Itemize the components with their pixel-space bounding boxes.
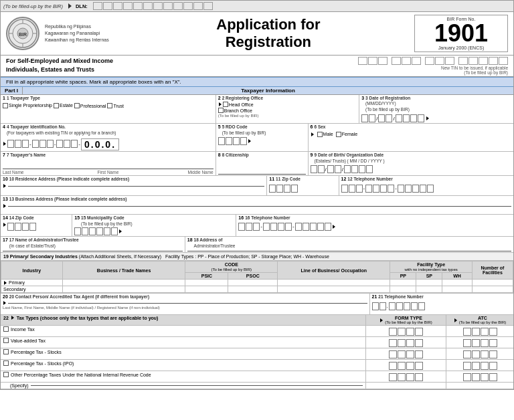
- atc-arrow: [454, 318, 457, 322]
- tin-cell: [489, 57, 498, 65]
- dln-box: [163, 2, 173, 10]
- tel-box: [388, 185, 394, 193]
- muni-box: [96, 227, 103, 235]
- field4-number: 4: [3, 124, 5, 129]
- checkbox-single-prop-box[interactable]: [3, 103, 8, 108]
- field5-sub: (To be filled up by BIR): [222, 130, 266, 136]
- dln-area: DLN:: [67, 2, 213, 10]
- checkbox-pct-stocks[interactable]: [3, 349, 9, 354]
- tel2-box: [238, 223, 245, 231]
- field2-number: 2: [218, 96, 221, 100]
- pct-stocks-text: Percentage Tax - Stocks: [11, 350, 62, 354]
- industry-secondary-psoc: [228, 286, 278, 293]
- row-5: 13 13 Business Address (Please indicate …: [1, 196, 513, 215]
- checkbox-income-tax[interactable]: [3, 326, 9, 332]
- taxpayer-info-label: Taxpayer Information: [23, 88, 513, 94]
- form-title: Application for Registration: [122, 16, 414, 51]
- dln-box: [203, 2, 213, 10]
- tin-box: [7, 140, 14, 148]
- form-box: [415, 350, 423, 358]
- atc-box: [463, 339, 471, 347]
- field-tin: 4 4 Taxpayer Identification No. (For tax…: [1, 124, 216, 151]
- tel-box: [420, 185, 426, 193]
- checkbox-estate[interactable]: Estate: [54, 103, 73, 108]
- muni-box: [111, 227, 118, 235]
- tel2-box: [270, 223, 277, 231]
- zip-box: [276, 185, 283, 193]
- industry-primary-label: Primary: [1, 280, 63, 286]
- trust-label: Trust: [113, 104, 124, 108]
- dob-box: [335, 165, 341, 173]
- form-type-sub: (To be filled up by the BIR): [385, 320, 432, 324]
- field1-number: 1: [3, 96, 5, 100]
- field15-label: 15 Municipality Code: [81, 215, 133, 221]
- field7-number: 7: [3, 152, 5, 157]
- tin-box: [32, 140, 39, 148]
- form-box: [398, 373, 406, 381]
- checkbox-head-office[interactable]: Head Office: [218, 102, 254, 107]
- form-box: [415, 339, 423, 347]
- tax-specify-label: (Specify): [1, 383, 366, 389]
- industry-secondary-wh: [442, 286, 472, 293]
- tin-box: [71, 140, 78, 148]
- tel2-box: [285, 223, 292, 231]
- tel-box: [380, 185, 387, 193]
- checkbox-female[interactable]: Female: [336, 132, 357, 137]
- form-box: [398, 350, 406, 358]
- form-box: [406, 362, 414, 370]
- svg-text:BIR: BIR: [19, 32, 27, 37]
- checkbox-female-box[interactable]: [336, 132, 341, 137]
- field-taxpayer-name: 7 7 Taxpayer's Name Last Name First Name…: [1, 152, 216, 175]
- checkbox-single-prop[interactable]: Single Proprietorship: [3, 103, 52, 108]
- tax-pct-stocks-atc: [446, 348, 513, 359]
- checkbox-trust[interactable]: Trust: [107, 103, 124, 108]
- checkbox-vat[interactable]: [3, 338, 9, 343]
- dob-box: [344, 165, 351, 173]
- field-rdo-code: 5 5 RDO Code (To be filled up by BIR): [216, 124, 309, 151]
- checkbox-trust-box[interactable]: [107, 103, 112, 108]
- checkbox-male-box[interactable]: [317, 132, 323, 137]
- checkbox-professional-box[interactable]: [74, 103, 80, 108]
- field8-label: 8 Citizenship: [222, 152, 249, 158]
- tax-pct-stocks-label: Percentage Tax - Stocks: [1, 348, 366, 359]
- field3-note: (MM/DD/YYYY): [365, 101, 410, 106]
- instruction-bar: Fill in all appropriate white spaces. Ma…: [1, 77, 513, 87]
- industry-secondary-pp: [390, 286, 416, 293]
- field9-number: 9: [311, 152, 313, 157]
- field10-number: 10: [3, 177, 8, 181]
- checkbox-pct-ipo[interactable]: [3, 360, 9, 366]
- checkbox-male[interactable]: Male: [317, 132, 333, 137]
- checkbox-other-pct[interactable]: [3, 372, 9, 377]
- bir-logo: BIR: [6, 17, 39, 50]
- form-box: [398, 339, 406, 347]
- professional-label: Professional: [80, 104, 106, 108]
- checkbox-professional[interactable]: Professional: [74, 103, 106, 108]
- form-box: [398, 362, 406, 370]
- tin-cell: [445, 57, 454, 65]
- tin-cell: [368, 57, 377, 65]
- checkbox-estate-box[interactable]: [54, 103, 59, 108]
- tax-pct-ipo-label: Percentage Tax - Stocks (IPO): [1, 360, 366, 371]
- row-6: 14 14 Zip Code 15 15 Municipality Code (: [1, 215, 513, 237]
- form-box: [389, 373, 397, 381]
- tax-row-pct-stocks-ipo: Percentage Tax - Stocks (IPO): [1, 360, 513, 371]
- checkbox-branch-office-box[interactable]: [218, 108, 224, 113]
- checkbox-head-office-box[interactable]: [223, 102, 228, 107]
- zip2-arrow: [3, 223, 6, 227]
- tel2-box: [317, 223, 324, 231]
- field8-number: 8: [218, 152, 221, 157]
- bir-form-1901: (To be filled-up by the BIR) DLN:: [0, 0, 514, 390]
- tin-box: [56, 140, 63, 148]
- tax-types-header: 22 Tax Types (choose only the tax types …: [1, 315, 513, 326]
- logo-area: BIR: [6, 17, 39, 50]
- field-contact-person: 20 20 Contact Person/ Accredited Tax Age…: [1, 294, 370, 314]
- field14-label: 14 Zip Code: [9, 215, 34, 221]
- secondary-text: Secondary: [3, 287, 25, 292]
- form-box: [389, 328, 397, 336]
- dln-label: DLN:: [76, 3, 88, 9]
- muni-box: [74, 227, 81, 235]
- field-residence-address: 10 10 Residence Address (Please indicate…: [1, 176, 267, 195]
- field18-sub: Administrator/Trustee: [194, 243, 236, 249]
- checkbox-branch-office[interactable]: Branch Office: [218, 108, 252, 113]
- field21-label: 21 Telephone Number: [378, 294, 423, 300]
